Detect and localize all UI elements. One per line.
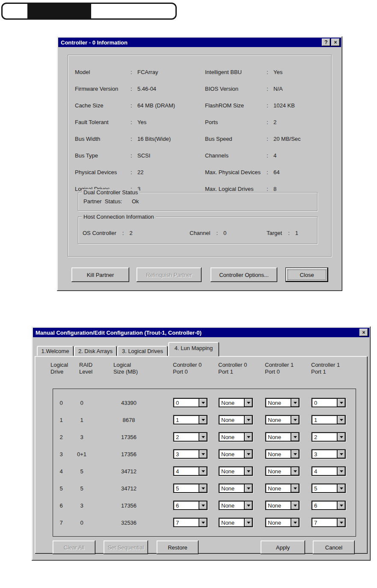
dropdown-button[interactable]: [291, 450, 299, 458]
lun-select-c0p1[interactable]: None: [219, 501, 253, 510]
info-value: 64: [273, 164, 328, 181]
lun-select-c1p0[interactable]: None: [265, 518, 300, 527]
logical-drive-cell: 1: [53, 417, 69, 423]
dropdown-button[interactable]: [337, 399, 345, 407]
restore-button[interactable]: Restore: [157, 540, 199, 554]
colon: :: [131, 114, 137, 131]
lun-select-c0p1[interactable]: None: [219, 415, 253, 425]
dropdown-button[interactable]: [337, 450, 345, 458]
lun-select-c1p1[interactable]: 1: [312, 415, 346, 425]
dropdown-button[interactable]: [199, 467, 207, 475]
lun-select-c0p1[interactable]: None: [219, 398, 253, 407]
logical-size-cell: 34712: [110, 468, 148, 475]
lun-select-c1p0[interactable]: None: [265, 501, 300, 510]
dropdown-button[interactable]: [337, 484, 345, 492]
lun-select-c0p1[interactable]: None: [219, 432, 253, 442]
lun-select-c0p1[interactable]: None: [219, 518, 253, 527]
dropdown-button[interactable]: [337, 502, 345, 509]
dropdown-button[interactable]: [199, 450, 207, 458]
controller-info-grid: Model:FCArrayIntelligent BBU:Yes Firmwar…: [75, 64, 328, 197]
group-title: Dual Controller Status: [82, 189, 140, 196]
tab-logical-drives[interactable]: 3. Logical Drives: [117, 346, 168, 356]
partner-status-label: Partner Status:: [83, 198, 122, 205]
dropdown-button[interactable]: [199, 519, 207, 526]
tab-lun-mapping[interactable]: 4. Lun Mapping: [168, 342, 219, 356]
dropdown-button[interactable]: [291, 416, 299, 424]
lun-select-c1p1[interactable]: 6: [312, 501, 346, 510]
lun-select-c1p0[interactable]: None: [265, 466, 300, 476]
dropdown-button[interactable]: [244, 467, 252, 475]
lun-select-c0p1[interactable]: None: [219, 484, 253, 493]
lun-select-c0p0[interactable]: 6: [173, 501, 208, 510]
lun-select-c1p1[interactable]: 3: [312, 449, 346, 459]
controller-info-titlebar[interactable]: Controller - 0 Information ? ×: [58, 38, 341, 47]
dropdown-button[interactable]: [244, 519, 252, 526]
info-value: 4: [273, 147, 328, 164]
lun-select-c0p0[interactable]: 5: [173, 484, 208, 493]
cancel-button[interactable]: Cancel: [313, 540, 355, 554]
lun-select-value: 5: [174, 484, 199, 492]
close-button[interactable]: Close: [285, 267, 328, 282]
help-button[interactable]: ?: [322, 39, 330, 46]
chevron-down-icon: [294, 419, 297, 421]
dropdown-button[interactable]: [199, 399, 207, 407]
dropdown-button[interactable]: [199, 484, 207, 492]
dropdown-button[interactable]: [199, 416, 207, 424]
dropdown-button[interactable]: [291, 519, 299, 526]
apply-button[interactable]: Apply: [261, 540, 305, 554]
lun-select-c0p0[interactable]: 7: [173, 518, 208, 527]
lun-select-c0p0[interactable]: 3: [173, 449, 208, 459]
dropdown-button[interactable]: [291, 467, 299, 475]
dropdown-button[interactable]: [244, 450, 252, 458]
lun-select-c1p1[interactable]: 7: [312, 518, 346, 527]
lun-select-c0p1[interactable]: None: [219, 449, 253, 459]
dropdown-button[interactable]: [291, 399, 299, 407]
lun-select-value: None: [220, 399, 244, 407]
tab-label: 4. Lun Mapping: [175, 345, 213, 351]
dropdown-button[interactable]: [244, 399, 252, 407]
manual-configuration-titlebar[interactable]: Manual Configuration/Edit Configuration …: [33, 328, 369, 337]
info-value: 5.46-04: [137, 80, 205, 97]
kill-partner-button[interactable]: Kill Partner: [71, 267, 129, 282]
lun-select-c0p1[interactable]: None: [219, 466, 253, 476]
lun-select-c1p1[interactable]: 5: [312, 484, 346, 493]
lun-select-c0p0[interactable]: 4: [173, 466, 208, 476]
dropdown-button[interactable]: [199, 433, 207, 441]
lun-select-c0p0[interactable]: 2: [173, 432, 208, 442]
dropdown-button[interactable]: [337, 467, 345, 475]
dropdown-button[interactable]: [291, 502, 299, 509]
dropdown-button[interactable]: [337, 519, 345, 526]
dual-controller-status-group: Dual Controller Status Partner Status: O…: [78, 192, 318, 211]
tab-disk-arrays[interactable]: 2. Disk Arrays: [74, 346, 117, 356]
dropdown-button[interactable]: [244, 433, 252, 441]
chevron-down-icon: [247, 436, 250, 438]
chevron-down-icon: [340, 419, 343, 421]
lun-select-c1p1[interactable]: 2: [312, 432, 346, 442]
lun-select-c1p1[interactable]: 0: [312, 398, 346, 407]
lun-select-value: 2: [174, 433, 199, 441]
info-label: Firmware Version: [75, 80, 131, 97]
dropdown-button[interactable]: [337, 416, 345, 424]
dropdown-button[interactable]: [291, 484, 299, 492]
lun-select-c1p0[interactable]: None: [265, 449, 300, 459]
close-button[interactable]: ×: [331, 39, 340, 46]
tab-welcome[interactable]: 1.Welcome: [37, 346, 74, 356]
lun-select-c0p0[interactable]: 1: [173, 415, 208, 425]
lun-select-c0p0[interactable]: 0: [173, 398, 208, 407]
dropdown-button[interactable]: [244, 484, 252, 492]
lun-select-c1p0[interactable]: None: [265, 415, 300, 425]
controller-options-button[interactable]: Controller Options...: [211, 267, 277, 282]
dropdown-button[interactable]: [291, 433, 299, 441]
colon: :: [267, 80, 273, 97]
dropdown-button[interactable]: [199, 502, 207, 509]
lun-select-c1p1[interactable]: 4: [312, 466, 346, 476]
close-button[interactable]: ×: [359, 329, 368, 336]
colon: :: [267, 131, 273, 147]
dropdown-button[interactable]: [244, 416, 252, 424]
tab-label: 1.Welcome: [42, 348, 69, 354]
dropdown-button[interactable]: [244, 502, 252, 509]
lun-select-c1p0[interactable]: None: [265, 484, 300, 493]
dropdown-button[interactable]: [337, 433, 345, 441]
lun-select-c1p0[interactable]: None: [265, 398, 300, 407]
lun-select-c1p0[interactable]: None: [265, 432, 300, 442]
